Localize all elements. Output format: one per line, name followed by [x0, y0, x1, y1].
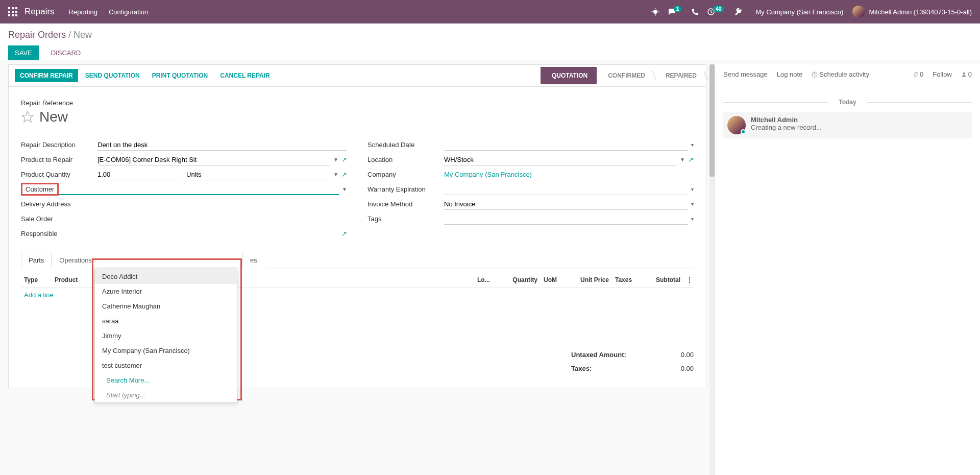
chevron-down-icon[interactable]: ▾ — [691, 216, 694, 222]
avatar — [852, 6, 865, 18]
repair-description-input[interactable] — [97, 139, 347, 151]
follow-button[interactable]: Follow — [933, 70, 952, 78]
company-value[interactable]: My Company (San Francisco) — [444, 171, 532, 178]
uom-input[interactable] — [186, 169, 330, 180]
phone-icon[interactable] — [692, 8, 699, 15]
stage-confirmed[interactable]: CONFIRMED — [597, 67, 654, 84]
navbar: Repairs Reporting Configuration 1 40 My … — [0, 0, 980, 23]
user-menu[interactable]: Mitchell Admin (13934073-15-0-all) — [852, 6, 972, 18]
followers-count[interactable]: 0 — [961, 70, 972, 78]
save-button[interactable]: SAVE — [8, 45, 39, 60]
svg-rect-8 — [15, 14, 17, 16]
print-quotation-button[interactable]: PRINT QUOTATION — [147, 69, 213, 82]
attachments-count[interactable]: 0 — [913, 70, 923, 78]
warranty-input[interactable] — [444, 184, 688, 195]
scrollbar[interactable] — [709, 64, 715, 475]
chevron-down-icon[interactable]: ▾ — [691, 142, 694, 148]
col-uom[interactable]: UoM — [541, 276, 566, 283]
username: Mitchell Admin (13934073-15-0-all) — [869, 8, 972, 16]
col-product[interactable]: Product — [52, 276, 97, 283]
tab-operations[interactable]: Operations — [52, 252, 100, 268]
form-area: CONFIRM REPAIR SEND QUOTATION PRINT QUOT… — [0, 64, 715, 475]
svg-rect-4 — [12, 11, 14, 13]
svg-rect-1 — [12, 7, 14, 9]
dropdown-item[interactable]: Jimmy — [95, 328, 237, 343]
dropdown-item[interactable]: Azure Interior — [95, 284, 237, 299]
breadcrumb: Repair Orders / New — [8, 30, 972, 40]
svg-rect-7 — [12, 14, 14, 16]
svg-marker-15 — [22, 111, 33, 122]
clock-icon[interactable]: 40 — [707, 8, 726, 16]
external-link-icon[interactable]: ↗ — [341, 171, 347, 178]
label-product-to-repair: Product to Repair — [21, 156, 97, 163]
tab-parts[interactable]: Parts — [21, 252, 52, 268]
log-note-button[interactable]: Log note — [777, 70, 803, 78]
chevron-down-icon[interactable]: ▼ — [333, 172, 338, 177]
tags-input[interactable] — [444, 213, 688, 225]
nav-reporting[interactable]: Reporting — [69, 8, 97, 16]
col-type[interactable]: Type — [21, 276, 52, 283]
label-scheduled-date: Scheduled Date — [368, 141, 444, 149]
dropdown-item[interactable]: saraa — [95, 314, 237, 328]
col-subtotal[interactable]: Subtotal — [643, 276, 683, 283]
label-customer: Customer — [21, 183, 59, 196]
external-link-icon[interactable]: ↗ — [341, 156, 347, 163]
date-divider: Today — [723, 99, 972, 106]
chevron-down-icon[interactable]: ▼ — [333, 157, 338, 162]
nav-configuration[interactable]: Configuration — [109, 8, 148, 16]
company-selector[interactable]: My Company (San Francisco) — [755, 8, 843, 16]
label-repair-description: Repair Description — [21, 141, 97, 149]
start-typing-hint: Start typing... — [95, 388, 237, 402]
col-taxes[interactable]: Taxes — [612, 276, 643, 283]
chevron-down-icon[interactable]: ▼ — [342, 186, 347, 192]
search-more-link[interactable]: Search More... — [95, 373, 237, 388]
message-author: Mitchell Admin — [751, 116, 822, 124]
untaxed-value: 0.00 — [681, 351, 694, 359]
brand[interactable]: Repairs — [24, 7, 55, 17]
confirm-repair-button[interactable]: CONFIRM REPAIR — [15, 69, 78, 82]
customer-input[interactable] — [59, 183, 339, 195]
kebab-icon[interactable]: ⋮ — [683, 276, 694, 283]
tab-partial[interactable]: es — [242, 252, 265, 268]
svg-rect-6 — [8, 14, 10, 16]
label-product-quantity: Product Quantity — [21, 171, 97, 178]
label-invoice-method: Invoice Method — [368, 200, 444, 208]
external-link-icon[interactable]: ↗ — [341, 230, 347, 238]
schedule-activity-button[interactable]: Schedule activity — [812, 70, 869, 78]
svg-rect-5 — [15, 11, 17, 13]
invoice-method-input[interactable] — [444, 199, 688, 210]
cancel-repair-button[interactable]: CANCEL REPAIR — [215, 69, 275, 82]
svg-point-17 — [963, 73, 965, 75]
external-link-icon[interactable]: ↗ — [688, 156, 694, 163]
dropdown-item[interactable]: My Company (San Francisco) — [95, 343, 237, 358]
discard-button[interactable]: DISCARD — [45, 46, 87, 60]
chevron-down-icon[interactable]: ▾ — [691, 186, 694, 192]
dropdown-item[interactable]: Catherine Maughan — [95, 299, 237, 314]
stage-repaired[interactable]: REPAIRED — [654, 67, 706, 84]
label-sale-order: Sale Order — [21, 215, 97, 223]
chevron-down-icon[interactable]: ▼ — [680, 157, 685, 162]
send-quotation-button[interactable]: SEND QUOTATION — [80, 69, 145, 82]
chevron-down-icon[interactable]: ▾ — [691, 201, 694, 207]
send-message-button[interactable]: Send message — [723, 70, 768, 78]
stage-quotation[interactable]: QUOTATION — [541, 67, 597, 84]
scheduled-date-input[interactable] — [444, 139, 688, 151]
breadcrumb-current: New — [74, 30, 92, 40]
bug-icon[interactable] — [651, 8, 659, 16]
breadcrumb-parent[interactable]: Repair Orders — [8, 30, 66, 40]
taxes-value: 0.00 — [681, 365, 694, 372]
label-responsible: Responsible — [21, 230, 97, 238]
wrench-icon[interactable] — [734, 8, 742, 16]
dropdown-item[interactable]: Deco Addict — [95, 269, 237, 284]
col-qty[interactable]: Quantity — [505, 276, 541, 283]
page-title: New — [39, 109, 68, 125]
product-to-repair-input[interactable] — [97, 154, 330, 165]
messages-icon[interactable]: 1 — [668, 8, 684, 16]
dropdown-item[interactable]: test customer — [95, 358, 237, 373]
quantity-input[interactable] — [97, 169, 183, 180]
col-lot[interactable]: Lo... — [474, 276, 505, 283]
col-price[interactable]: Unit Price — [566, 276, 612, 283]
apps-icon[interactable] — [8, 7, 17, 16]
location-input[interactable] — [444, 154, 677, 165]
star-icon[interactable] — [21, 110, 34, 124]
